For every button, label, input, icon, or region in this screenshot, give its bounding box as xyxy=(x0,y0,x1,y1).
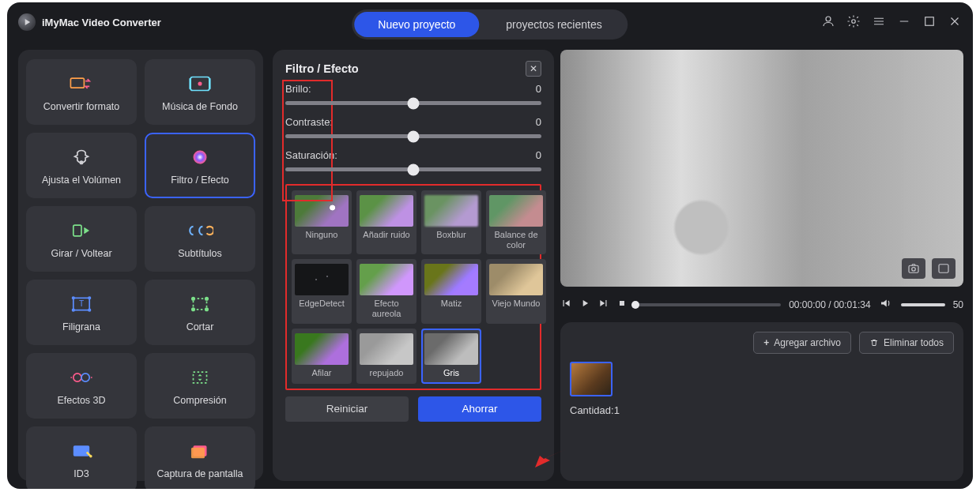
sidebar-item-id3[interactable]: ID3 xyxy=(26,426,137,489)
clear-all-button[interactable]: Eliminar todos xyxy=(859,332,954,354)
app-title: iMyMac Video Converter xyxy=(42,17,161,28)
slider-saturación[interactable] xyxy=(285,167,541,171)
sidebar-item-convertir-formato[interactable]: Convertir formato xyxy=(26,59,137,125)
seek-slider[interactable] xyxy=(635,303,781,306)
filter-thumbnail xyxy=(295,195,349,227)
svg-point-8 xyxy=(80,161,82,163)
filter-efecto-aureola[interactable]: Efecto aureola xyxy=(356,259,416,323)
sidebar-item-label: Filigrana xyxy=(62,321,100,332)
app-logo-icon xyxy=(18,13,36,31)
sidebar-icon xyxy=(186,366,214,389)
filter-thumbnail xyxy=(424,333,478,365)
project-tabs: Nuevo proyecto proyectos recientes xyxy=(352,9,628,39)
snapshot-icon[interactable] xyxy=(902,258,925,279)
filter-label: Añadir ruido xyxy=(363,230,409,240)
sidebar-item-label: Efectos 3D xyxy=(57,395,105,406)
filter-gris[interactable]: Gris xyxy=(421,329,481,384)
svg-rect-17 xyxy=(194,299,207,310)
svg-point-21 xyxy=(205,308,208,310)
volume-slider[interactable] xyxy=(901,303,945,306)
svg-point-20 xyxy=(192,308,194,310)
sidebar-icon xyxy=(186,220,214,242)
filter-matiz[interactable]: Matiz xyxy=(421,259,481,323)
filter-afilar[interactable]: Afilar xyxy=(292,329,352,384)
sidebar-item-efectos-3d[interactable]: Efectos 3D xyxy=(26,353,137,419)
svg-point-18 xyxy=(192,297,194,299)
volume-value: 50 xyxy=(953,299,963,310)
settings-icon[interactable] xyxy=(846,14,861,31)
filter-ninguno[interactable]: Ninguno xyxy=(292,190,352,254)
filter-a-adir-ruido[interactable]: Añadir ruido xyxy=(356,190,416,254)
sidebar-item-filigrana[interactable]: TFiligrana xyxy=(26,280,137,345)
window-minimize-icon[interactable] xyxy=(897,14,911,31)
sidebar-item-label: Subtítulos xyxy=(178,248,222,259)
filter-boxblur[interactable]: Boxblur xyxy=(421,190,481,254)
filter-label: Afilar xyxy=(311,368,331,378)
filter-thumbnail xyxy=(360,195,413,227)
add-file-button[interactable]: + Agregar archivo xyxy=(753,332,851,354)
filter-thumbnail xyxy=(295,333,349,365)
play-button-icon[interactable] xyxy=(579,298,590,311)
sidebar-item-label: Convertir formato xyxy=(43,101,120,112)
sidebar-icon xyxy=(186,146,214,168)
svg-point-5 xyxy=(198,81,202,85)
filter-thumbnail xyxy=(360,264,413,295)
tab-new-project[interactable]: Nuevo proyecto xyxy=(354,12,479,37)
sidebar-item-label: Ajusta el Volúmen xyxy=(42,175,121,186)
filter-label: Viejo Mundo xyxy=(492,299,541,309)
filter-label: Efecto aureola xyxy=(360,299,413,318)
next-button-icon[interactable] xyxy=(598,298,609,311)
sidebar-item-label: Música de Fondo xyxy=(162,101,238,112)
svg-point-23 xyxy=(81,373,89,381)
close-panel-button[interactable]: ✕ xyxy=(526,61,541,77)
window-maximize-icon[interactable] xyxy=(922,14,937,31)
svg-point-0 xyxy=(826,17,831,21)
queue-thumbnail[interactable] xyxy=(570,362,612,396)
svg-point-15 xyxy=(73,309,75,311)
fullscreen-icon[interactable] xyxy=(932,258,956,279)
sidebar-item-compresi-n[interactable]: Compresión xyxy=(145,353,255,419)
menu-icon[interactable] xyxy=(872,14,886,31)
svg-rect-2 xyxy=(925,17,934,25)
filter-panel-title: Filtro / Efecto xyxy=(285,62,359,75)
window-close-icon[interactable] xyxy=(948,14,962,31)
prev-button-icon[interactable] xyxy=(560,298,571,311)
filter-thumbnail xyxy=(489,264,543,295)
volume-icon[interactable] xyxy=(879,296,893,313)
save-button[interactable]: Ahorrar xyxy=(418,396,541,422)
sidebar-item-subt-tulos[interactable]: Subtítulos xyxy=(145,206,255,272)
filter-thumbnail xyxy=(489,195,543,227)
sidebar-item-cortar[interactable]: Cortar xyxy=(145,280,255,345)
slider-brillo[interactable] xyxy=(285,101,541,105)
account-icon[interactable] xyxy=(821,14,835,31)
sidebar-icon xyxy=(67,146,96,168)
sidebar-item-label: Filtro / Efecto xyxy=(171,175,229,186)
filter-edgedetect[interactable]: EdgeDetect xyxy=(292,259,352,323)
sidebar-item-label: ID3 xyxy=(74,468,89,479)
svg-point-14 xyxy=(89,297,91,299)
slider-value: 0 xyxy=(536,116,541,128)
queue-count: Cantidad:1 xyxy=(570,404,954,416)
reset-button[interactable]: Reiniciar xyxy=(285,396,409,422)
filter-thumbnail xyxy=(424,264,478,295)
svg-rect-10 xyxy=(74,225,81,236)
sidebar-item-m-sica-de-fondo[interactable]: Música de Fondo xyxy=(145,59,255,125)
sidebar-item-ajusta-el-vol-men[interactable]: Ajusta el Volúmen xyxy=(26,133,137,198)
sidebar-item-filtro-efecto[interactable]: Filtro / Efecto xyxy=(145,133,255,198)
tab-recent-projects[interactable]: proyectos recientes xyxy=(482,12,625,37)
filter-thumbnail xyxy=(360,333,413,365)
title-bar: iMyMac Video Converter Nuevo proyecto pr… xyxy=(7,2,973,42)
filter-balance-de-color[interactable]: Balance de color xyxy=(486,190,546,254)
slider-contraste[interactable] xyxy=(285,134,541,138)
filter-viejo-mundo[interactable]: Viejo Mundo xyxy=(486,259,546,323)
filter-grid: NingunoAñadir ruidoBoxblurBalance de col… xyxy=(285,184,541,390)
sidebar-item-girar-voltear[interactable]: Girar / Voltear xyxy=(26,206,137,272)
sidebar-item-captura-de-pantalla[interactable]: Captura de pantalla xyxy=(145,426,255,489)
stop-button-icon[interactable] xyxy=(617,299,627,310)
filter-repujado[interactable]: repujado xyxy=(356,329,416,384)
svg-point-26 xyxy=(89,455,92,457)
svg-rect-32 xyxy=(620,301,624,306)
slider-value: 0 xyxy=(536,83,541,95)
svg-rect-3 xyxy=(70,78,84,88)
svg-rect-29 xyxy=(909,265,918,272)
